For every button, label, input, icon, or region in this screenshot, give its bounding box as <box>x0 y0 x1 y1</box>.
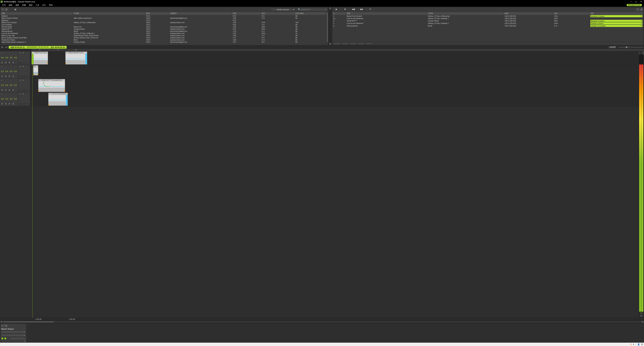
eq-knob-gain[interactable] <box>12 75 15 78</box>
track-lane[interactable]: 1 - "Baked From Scra 4 - "Influenzationa… <box>30 51 644 65</box>
col-title[interactable]: 标题 <box>0 12 73 15</box>
library-row[interactable]: Grade A B****Jacquez Bauer130.0audiolunc… <box>0 28 328 30</box>
clip-handle-right[interactable] <box>47 63 48 64</box>
master-level-slider[interactable] <box>10 337 26 340</box>
track-solo-button[interactable] <box>0 51 3 54</box>
library-row[interactable]: Baked From ScratchHatiras, DJ Dan, & Mes… <box>0 21 328 24</box>
aux-toggle[interactable] <box>18 93 22 95</box>
library-row[interactable]: Airplane161.50:12A m8A <box>0 15 328 17</box>
tray-s-icon[interactable]: S <box>630 343 632 345</box>
eq-knob-gain[interactable] <box>12 89 15 92</box>
master-expand-icon[interactable]: ◢ <box>24 340 26 342</box>
audio-clip[interactable]: 2 - "Grade A B****" by Jacquez Ba <box>38 79 65 92</box>
eq-knob-low[interactable] <box>0 61 4 64</box>
library-row[interactable]: Music Is Your LifeAngel Moraes Feat. Dan… <box>0 34 328 37</box>
transition-dropdown[interactable]: Simple Crossfade <box>590 25 642 27</box>
transition-dropdown[interactable]: Simple Custom <box>590 22 642 24</box>
prev-button[interactable]: ◀◀ <box>351 8 356 11</box>
search-input[interactable] <box>301 8 324 10</box>
library-filter-dropdown[interactable]: (Entire Library) <box>270 8 296 11</box>
track-solo-button[interactable] <box>0 65 3 68</box>
close-button[interactable]: ✕ <box>639 0 643 3</box>
menu-other[interactable]: 其它 <box>41 3 47 7</box>
master-enable-1[interactable] <box>1 337 4 340</box>
master-fx-dropdown-2[interactable] <box>1 334 26 337</box>
clip-handle-right[interactable] <box>64 90 65 92</box>
scroll-right-icon[interactable]: ▶ <box>641 321 644 323</box>
beat-divider[interactable]: 1248 <box>18 90 30 92</box>
col-artist[interactable]: 艺术家 <box>73 12 145 15</box>
list-view-icon[interactable]: ≡ <box>1 8 4 11</box>
eq-knob-mid[interactable] <box>4 89 8 92</box>
menu-favorites[interactable]: 收藏 <box>21 3 27 7</box>
mini-btn-1[interactable] <box>333 42 340 45</box>
audio-clip[interactable]: 1 - "Baked From Scra <box>32 51 48 64</box>
track-solo-button[interactable] <box>0 93 3 95</box>
menu-view[interactable]: 视图 <box>14 3 20 7</box>
pcol-title[interactable]: 标题 <box>346 12 427 15</box>
library-row[interactable]: Take A Ride (André Lodemann CRodney Hunt… <box>0 41 328 43</box>
library-row[interactable]: Flip the ScriptBryan Cox133.0dancetracks… <box>0 26 328 28</box>
eq-knob-low[interactable] <box>0 89 4 92</box>
splitter-up-icon[interactable]: ▴ <box>329 7 331 9</box>
tray-a-icon[interactable]: A <box>633 343 634 345</box>
pcol-artist[interactable]: 艺术家 <box>427 12 504 15</box>
playlist-row[interactable]: 1aLove for the WeekendHatiras, DJ Dan, &… <box>332 17 644 19</box>
pcol-bpm[interactable]: BPM <box>504 12 553 15</box>
bpm-field[interactable]: 130.00 <box>608 46 616 48</box>
col-keycode[interactable]: KEYCODE <box>294 12 328 15</box>
eq-knob-low[interactable] <box>0 75 4 78</box>
menu-play[interactable]: 播放 <box>28 3 34 7</box>
col-album[interactable]: 专辑图片 <box>169 12 232 15</box>
aux-close-icon[interactable]: ✕ <box>22 51 24 54</box>
library-row[interactable]: Cars Honking143.20:03F m4A <box>0 24 328 26</box>
track-lane[interactable]: 3 - "Love for the Weekend <box>30 92 644 106</box>
transition-dropdown[interactable]: Beatmix Custom <box>590 20 642 22</box>
scroll-left-icon[interactable]: ◀ <box>0 321 3 323</box>
mini-btn-5[interactable] <box>366 42 373 45</box>
tempo-lane[interactable]: 130.00135.00 <box>32 318 644 321</box>
menu-help[interactable]: 帮助 <box>48 3 54 7</box>
menu-edit[interactable]: 编辑 <box>8 3 14 7</box>
playlist-row[interactable]: 3Love for the WeekendHatiras, DJ Dan, & … <box>332 22 644 25</box>
audio-clip[interactable]: 1a - <box>33 65 38 75</box>
col-time[interactable]: 时间 <box>232 12 261 15</box>
tray-person-icon[interactable]: 👤 <box>638 343 640 346</box>
beat-divider[interactable]: 1248 <box>18 76 30 78</box>
timeline-ruler[interactable]: 0 8 16 <box>32 49 644 51</box>
master-enable-2[interactable] <box>4 337 6 340</box>
eq-knob-mid[interactable] <box>4 61 8 64</box>
aux-toggle[interactable] <box>18 51 22 54</box>
clip-handle-left[interactable] <box>48 104 49 105</box>
library-row[interactable]: Allen's House of RockAllen Jeffrey Exper… <box>0 17 328 19</box>
menu-file[interactable]: 文件 <box>1 3 7 7</box>
eq-knob-high[interactable] <box>8 102 11 106</box>
stop-button[interactable]: ■ <box>342 8 348 11</box>
playlist-row[interactable]: 2Grade A B****Jacquez Bauer130.0 (100.0%… <box>332 19 644 22</box>
library-row[interactable]: Applause122.90:15 <box>0 19 328 21</box>
eq-knob-high[interactable] <box>8 61 11 64</box>
clip-handle-left[interactable] <box>38 90 39 92</box>
col-key[interactable]: KEY <box>261 12 294 15</box>
play-button[interactable]: ▶ <box>334 8 339 11</box>
timeline-clear-icon[interactable]: C <box>1 46 4 48</box>
mini-btn-4[interactable] <box>357 42 365 45</box>
pcol-num[interactable]: # <box>332 12 346 15</box>
clip-handle-left[interactable] <box>65 63 66 64</box>
track-lane[interactable]: 2 - "Grade A B****" by Jacquez Ba <box>30 79 644 92</box>
library-row[interactable]: Never Ending (Ventura Vocal Mix)Ronnie V… <box>0 37 328 39</box>
playlist-opt1-icon[interactable]: ⟲ <box>636 8 639 11</box>
zoom-slider[interactable] <box>618 47 643 48</box>
beat-divider[interactable]: 1248 <box>18 62 30 64</box>
tray-dots-icon[interactable]: ⁝ <box>636 343 636 346</box>
tempo-marker[interactable]: 135.00 <box>68 318 75 320</box>
audio-clip[interactable]: 3 - "Love for the Weekend <box>48 93 68 106</box>
aux-close-icon[interactable]: ✕ <box>22 93 24 95</box>
eq-knob-gain[interactable] <box>12 102 15 106</box>
loop-button[interactable]: ↺ <box>368 8 373 11</box>
aux-close-icon[interactable]: ✕ <box>22 65 24 68</box>
eq-knob-low[interactable] <box>0 102 4 106</box>
grid-view-icon[interactable]: ≣ <box>5 8 8 11</box>
meter-gain-knob[interactable] <box>640 314 643 317</box>
track-solo-button[interactable] <box>0 79 3 81</box>
